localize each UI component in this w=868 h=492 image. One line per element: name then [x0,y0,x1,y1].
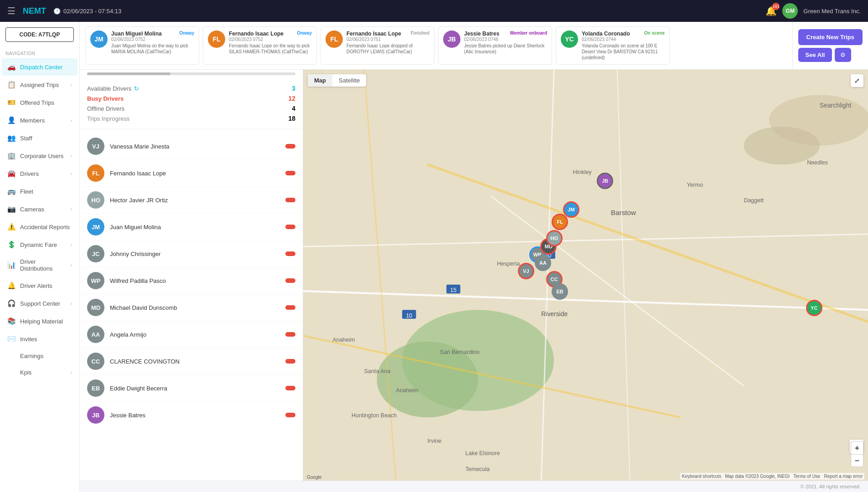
map-driver-marker[interactable]: YC [806,300,822,316]
nav-label: NAVIGATION [0,47,79,58]
map-driver-marker[interactable]: AA [535,255,551,271]
chevron-icon-distributions: › [71,263,72,268]
sidebar-item-dynamic[interactable]: 💲 Dynamic Fare › [2,236,78,253]
nav-icon-staff: 👥 [7,134,16,142]
sidebar-item-members[interactable]: 👤 Members › [2,112,78,129]
list-item[interactable]: WP Wilfred Padilla Pasco [80,267,303,294]
list-item[interactable]: MD Michael David Dunscomb [80,294,303,321]
trip-card[interactable]: JB Jessie Batres Member onboard 02/06/20… [438,26,552,65]
main-content: JM Juan Miguel Molina Onway 02/06/2023 0… [80,22,868,492]
nav-item-left-staff: 👥 Staff [7,134,32,142]
driver-name: Hector Javier JR Ortiz [110,197,280,204]
sidebar-item-corporate[interactable]: 🏢 Corporate Users › [2,147,78,164]
notification-count: 181 [772,3,780,10]
tab-satellite[interactable]: Satellite [332,74,366,87]
map-driver-marker[interactable]: FL [552,214,568,230]
sidebar-item-invites[interactable]: ✉️ Invites [2,330,78,348]
tab-map[interactable]: Map [308,74,332,87]
trip-card-info: Juan Miguel Molina Onway 02/06/2023 0752… [111,31,194,55]
nav-icon-support: 🎧 [7,299,16,308]
map-driver-marker[interactable]: VJ [518,263,534,279]
sidebar-item-support[interactable]: 🎧 Support Center › [2,295,78,312]
map-driver-marker[interactable]: EB [552,283,568,300]
trip-card-name: Yolanda Coronado [582,31,630,37]
driver-status-dot [285,225,295,229]
sidebar-item-staff[interactable]: 👥 Staff [2,129,78,147]
topbar-right: 🔔 181 GM Green Med Trans Inc. [765,3,861,19]
see-all-button[interactable]: See All [798,48,832,62]
list-item[interactable]: VJ Vanessa Marie Jinesta [80,133,303,160]
driver-avatar: HO [87,191,104,209]
sidebar-item-distributions[interactable]: 📊 Driver Distributions › [2,254,78,277]
trip-card[interactable]: FL Fernando Isaac Lope Finished 02/06/20… [320,26,434,65]
chevron-icon-assigned: › [71,82,72,87]
list-item[interactable]: CC CLARENCE COVINGTON [80,348,303,375]
available-drivers-row: Available Drivers ↻ 3 [87,83,295,93]
nav-item-left-assigned: 📋 Assigned Trips [7,81,59,89]
topbar-time: 🕐 02/06/2023 - 07:54:13 [53,8,121,15]
content-area: Available Drivers ↻ 3 Busy Drivers 12 Of… [80,70,868,481]
app-logo: NEMT [23,6,46,16]
list-item[interactable]: AA Angela Armijo [80,321,303,348]
trip-card-status: Onway [297,31,312,36]
trip-card-name: Fernando Isaac Lope [229,31,284,37]
chevron-icon-corporate: › [71,154,72,159]
sidebar-item-fleet[interactable]: 🚌 Fleet [2,183,78,200]
list-item[interactable]: JB Jessie Batres [80,402,303,429]
page-body: CODE: A7TLQP NAVIGATION 🚗 Dispatch Cente… [0,22,868,492]
menu-icon[interactable]: ☰ [7,5,16,16]
zoom-in-button[interactable]: + [851,441,863,454]
trip-card-avatar: JM [90,31,108,48]
create-new-trips-button[interactable]: Create New Trips [798,29,863,45]
list-item[interactable]: EB Eddie Dwight Becerra [80,375,303,402]
trip-card[interactable]: JM Juan Miguel Molina Onway 02/06/2023 0… [85,26,199,65]
trip-card-desc: Jessie Batres picked up Diane Sherlock (… [464,43,547,55]
action-row: See All ⚙ [798,48,863,62]
svg-text:Searchlight: Searchlight [820,102,851,109]
sidebar-item-offered[interactable]: 🎫 Offered Trips [2,94,78,111]
notification-bell[interactable]: 🔔 181 [765,5,777,16]
sidebar-item-helping[interactable]: 📚 Helping Material [2,313,78,330]
chevron-icon-support: › [71,301,72,306]
map-zoom-controls: + − [851,441,863,467]
trip-card[interactable]: YC Yolanda Coronado On scene 02/06/2023 … [556,26,670,65]
inprogress-label: Trips Inprogress [87,115,129,122]
zoom-out-button[interactable]: − [851,454,863,467]
map-fullscreen-button[interactable]: ⤢ [851,74,863,87]
nav-item-left-helping: 📚 Helping Material [7,317,63,325]
panel-scrollbar [87,72,295,75]
list-item[interactable]: HO Hector Javier JR Ortiz [80,187,303,214]
driver-status-dot [285,305,295,310]
nav-item-left-distributions: 📊 Driver Distributions [7,258,66,272]
list-item[interactable]: FL Fernando Isaac Lope [80,160,303,187]
sidebar-item-earnings[interactable]: Earnings [2,348,78,364]
chevron-icon-kpis: › [71,370,72,375]
sidebar-item-accidental[interactable]: ⚠️ Accidental Reports [2,218,78,236]
sidebar-item-cameras[interactable]: 📷 Cameras › [2,200,78,218]
sidebar-item-dispatch[interactable]: 🚗 Dispatch Center [2,58,78,76]
list-item[interactable]: JM Juan Miguel Molina [80,214,303,241]
sidebar-item-drivers[interactable]: 🚘 Drivers › [2,165,78,182]
sidebar-item-alerts[interactable]: 🔔 Driver Alerts [2,277,78,294]
refresh-icon[interactable]: ↻ [134,85,139,92]
nav-icon-offered: 🎫 [7,98,16,107]
sidebar-item-kpis[interactable]: Kpis › [2,364,78,380]
map-driver-marker[interactable]: JM [563,201,579,218]
map-driver-marker[interactable]: HO [546,230,563,246]
svg-text:Anaheim: Anaheim [396,387,418,394]
nav-item-left-offered: 🎫 Offered Trips [7,98,54,107]
driver-avatar: JM [87,218,104,236]
nav-item-left-accidental: ⚠️ Accidental Reports [7,223,70,231]
list-item[interactable]: JC Johnny Chrissinger [80,241,303,267]
driver-avatar: EB [87,379,104,397]
driver-status-dot [285,251,295,256]
filter-button[interactable]: ⚙ [835,48,851,62]
trip-card[interactable]: FL Fernando Isaac Lope Onway 02/06/2023 … [203,26,317,65]
trip-card-info: Jessie Batres Member onboard 02/06/2023 … [464,31,547,55]
available-label: Available Drivers ↻ [87,85,139,92]
map-driver-marker[interactable]: JB [597,173,613,189]
sidebar-item-assigned[interactable]: 📋 Assigned Trips › [2,76,78,93]
trip-card-info: Fernando Isaac Lope Onway 02/06/2023 075… [229,31,312,55]
nav-icon-dispatch: 🚗 [7,63,16,71]
nav-item-left-earnings: Earnings [7,353,43,359]
